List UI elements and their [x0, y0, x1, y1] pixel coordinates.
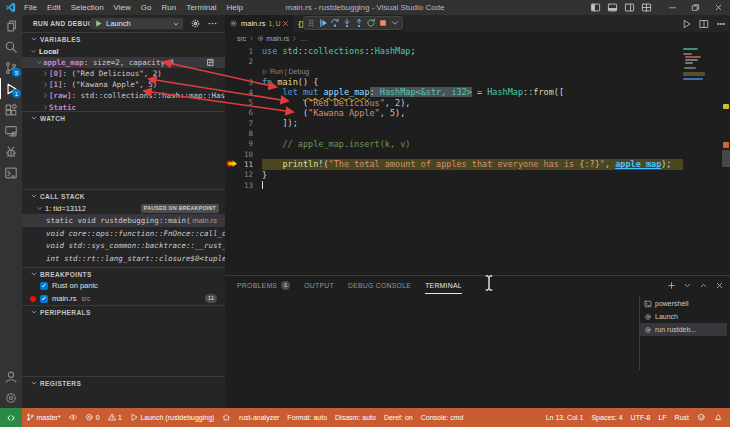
- status-lf[interactable]: LF: [654, 414, 670, 421]
- status-master-[interactable]: master*: [22, 413, 65, 422]
- debug-step-out-icon[interactable]: [354, 18, 365, 29]
- code-line[interactable]: 1use std::collections::HashMap;: [225, 46, 730, 56]
- menu-view[interactable]: View: [109, 3, 136, 12]
- layout-panel-icon[interactable]: [607, 2, 618, 13]
- tab-main-rs[interactable]: main.rs 1, U: [225, 15, 294, 32]
- status-rust[interactable]: Rust: [671, 414, 693, 421]
- close-icon[interactable]: [715, 281, 724, 290]
- menu-file[interactable]: File: [19, 3, 42, 12]
- debug-grip-icon[interactable]: [306, 18, 317, 29]
- status-format-auto[interactable]: Format: auto: [283, 414, 331, 421]
- run-or-debug-icon[interactable]: [682, 19, 692, 29]
- gutter[interactable]: 6: [225, 108, 262, 118]
- layout-sidebar-right-icon[interactable]: [624, 2, 635, 13]
- gear-icon[interactable]: [190, 18, 201, 29]
- more-actions-icon[interactable]: [716, 19, 726, 29]
- status-eye-icon[interactable]: [65, 413, 82, 422]
- gutter[interactable]: 5: [225, 97, 262, 107]
- code-line[interactable]: 2: [225, 56, 730, 66]
- code-text[interactable]: [262, 180, 730, 190]
- code-text[interactable]: ]);: [262, 118, 730, 128]
- breakpoint-row[interactable]: ✓main.rssrc11: [22, 292, 225, 305]
- activity-source-control-icon[interactable]: 5: [0, 57, 22, 78]
- status-0[interactable]: 0: [81, 413, 103, 422]
- layout-custom-icon[interactable]: [641, 2, 652, 13]
- status-rust-analyzer[interactable]: rust-analyzer: [235, 414, 283, 421]
- more-actions-icon[interactable]: [207, 18, 218, 29]
- code-text[interactable]: Run | Debug: [262, 67, 730, 77]
- section-peripherals[interactable]: PERIPHERALS: [22, 305, 225, 318]
- activity-account-icon[interactable]: [0, 366, 22, 387]
- split-editor-icon[interactable]: [699, 19, 709, 29]
- code-text[interactable]: use std::collections::HashMap;: [262, 46, 730, 56]
- code-line[interactable]: 3fn main() {: [225, 77, 730, 87]
- chevron-down-icon[interactable]: [683, 281, 692, 290]
- panel-tab-output[interactable]: OUTPUT: [304, 276, 334, 294]
- gutter[interactable]: 7: [225, 118, 262, 128]
- terminal-item[interactable]: Launch: [640, 310, 727, 323]
- stack-frame[interactable]: void core::ops::function::FnOnce::call_o…: [22, 227, 225, 240]
- close-button[interactable]: [707, 0, 730, 15]
- code-text[interactable]: println!("The total amount of apples tha…: [262, 159, 683, 169]
- launch-config-dropdown[interactable]: Launch: [90, 17, 184, 30]
- breakpoint-row[interactable]: ✓Rust on panic: [22, 279, 225, 292]
- breakpoint-checkbox[interactable]: ✓: [40, 282, 48, 290]
- code-text[interactable]: // apple_map.insert(k, v): [262, 139, 730, 149]
- code-line[interactable]: 11 println!("The total amount of apples …: [225, 159, 730, 169]
- chevron-up-icon[interactable]: [699, 281, 708, 290]
- chevron-down-icon[interactable]: [172, 20, 180, 28]
- terminal-item[interactable]: powershell: [640, 297, 727, 310]
- menu-run[interactable]: Run: [156, 3, 181, 12]
- activity-remote-explorer-icon[interactable]: [0, 120, 22, 141]
- overview-ruler[interactable]: [722, 44, 730, 275]
- gutter[interactable]: 11: [225, 159, 262, 169]
- menu-help[interactable]: Help: [221, 3, 247, 12]
- activity-bug-icon[interactable]: [0, 141, 22, 162]
- code-line[interactable]: 5 ("Red Delicious", 2),: [225, 97, 730, 107]
- thread-row[interactable]: 1: tid=13112PAUSED ON BREAKPOINT: [22, 202, 225, 214]
- gutter[interactable]: 1: [225, 46, 262, 56]
- binary-view-icon[interactable]: [206, 58, 215, 67]
- status-spaces-4[interactable]: Spaces: 4: [587, 414, 626, 421]
- variable-row[interactable]: [1]: ("Kawana Apple", 5): [22, 79, 225, 90]
- code-text[interactable]: [262, 149, 730, 159]
- variable-row[interactable]: apple_map: size=2, capacity=4: [22, 57, 225, 68]
- status-console-cmd[interactable]: Console: cmd: [417, 414, 468, 421]
- panel-tab-terminal[interactable]: TERMINAL: [425, 276, 462, 294]
- layout-sidebar-left-icon[interactable]: [590, 2, 601, 13]
- activity-settings-gear-icon[interactable]: [0, 387, 22, 408]
- status-launch-rustdebugging-[interactable]: Launch (rustdebugging): [126, 413, 218, 422]
- variable-row[interactable]: [raw]: std::collections::hash::map::Hash…: [22, 90, 225, 101]
- code-line[interactable]: 9 // apple_map.insert(k, v): [225, 139, 730, 149]
- code-line[interactable]: 4 let mut apple_map: HashMap<&str, i32> …: [225, 87, 730, 97]
- gutter[interactable]: 13: [225, 180, 262, 190]
- terminal-item[interactable]: run rustdeb...: [640, 323, 727, 336]
- minimize-button[interactable]: [661, 0, 684, 15]
- restore-button[interactable]: [684, 0, 707, 15]
- code-line[interactable]: 13: [225, 180, 730, 190]
- start-debug-icon[interactable]: [94, 19, 103, 28]
- breadcrumb-item[interactable]: src: [237, 35, 246, 42]
- breakpoint-current-line-icon[interactable]: [226, 159, 239, 169]
- new-terminal-icon[interactable]: [667, 281, 676, 290]
- debug-chevron-down-icon[interactable]: [390, 18, 401, 29]
- status-home-icon[interactable]: [218, 413, 235, 422]
- debug-continue-icon[interactable]: [318, 18, 329, 29]
- close-icon[interactable]: [281, 19, 290, 28]
- breadcrumb-item[interactable]: …: [300, 35, 307, 42]
- stack-frame[interactable]: int std::rt::lang_start::closure$0<tuple…: [22, 252, 225, 265]
- debug-stop-icon[interactable]: [378, 18, 389, 29]
- activity-run-and-debug-icon[interactable]: 1: [0, 78, 22, 99]
- code-editor[interactable]: 1use std::collections::HashMap;2Run | De…: [225, 44, 730, 275]
- section-call-stack[interactable]: CALL STACK: [22, 189, 225, 202]
- debug-step-into-icon[interactable]: [342, 18, 353, 29]
- panel-tab-debug-console[interactable]: DEBUG CONSOLE: [348, 276, 411, 294]
- stack-frame[interactable]: static void rustdebugging::main()main.rs: [22, 214, 225, 227]
- gutter[interactable]: 9: [225, 139, 262, 149]
- menu-go[interactable]: Go: [136, 3, 157, 12]
- code-line[interactable]: Run | Debug: [225, 67, 730, 77]
- scope-row[interactable]: Local: [22, 46, 225, 57]
- code-line[interactable]: 7 ]);: [225, 118, 730, 128]
- status-deref-on[interactable]: Deref: on: [380, 414, 417, 421]
- breadcrumb-item[interactable]: main.rs: [266, 35, 289, 42]
